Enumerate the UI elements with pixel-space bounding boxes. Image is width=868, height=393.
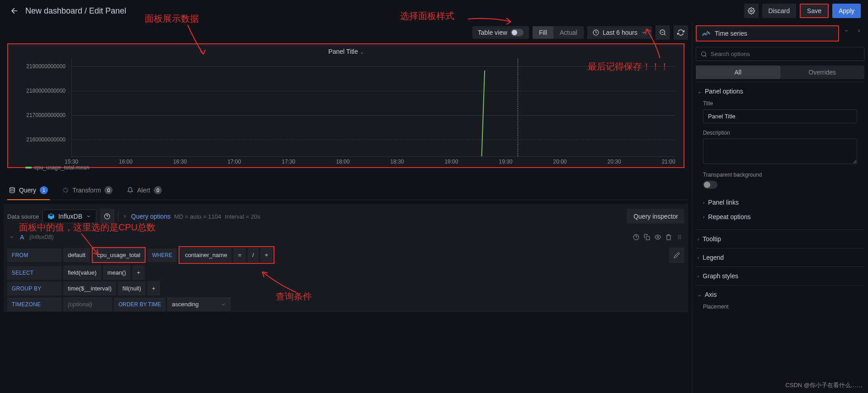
orderby-select[interactable]: ascending xyxy=(167,297,231,311)
measurement-token[interactable]: cpu_usage_total xyxy=(92,247,146,263)
add-tag[interactable]: + xyxy=(260,248,273,262)
time-token[interactable]: time($__interval) xyxy=(63,281,116,295)
back-button[interactable] xyxy=(7,4,22,18)
y-tick: 2170000000000 xyxy=(26,112,66,118)
legend[interactable]: cpu_usage_total.mean xyxy=(25,164,89,171)
visualization-picker[interactable]: Time series xyxy=(696,25,839,42)
table-view-label: Table view xyxy=(478,29,507,36)
actual-pill[interactable]: Actual xyxy=(553,26,584,39)
subtab-overrides[interactable]: Overrides xyxy=(780,66,865,79)
x-axis: 15:30 16:00 16:30 17:00 17:30 18:00 18:3… xyxy=(71,156,675,167)
chevron-down-icon: ⌄ xyxy=(698,292,701,297)
field-token[interactable]: field(value) xyxy=(63,266,101,280)
chevron-right-icon: › xyxy=(698,255,699,260)
tag-key[interactable]: container_name xyxy=(180,248,231,262)
mean-token[interactable]: mean() xyxy=(103,266,131,280)
svg-point-13 xyxy=(680,239,681,239)
tag-value[interactable]: / xyxy=(248,248,259,262)
orderby-label: ORDER BY TIME xyxy=(114,298,165,311)
x-tick: 17:30 xyxy=(282,159,295,165)
zoom-out-button[interactable] xyxy=(656,25,670,40)
title-field-label: Title xyxy=(703,100,857,107)
section-header[interactable]: ›Legend xyxy=(698,254,863,261)
query-name[interactable]: A xyxy=(20,234,24,241)
grip-icon xyxy=(676,234,683,240)
transparent-toggle[interactable] xyxy=(703,181,717,189)
chart-area[interactable]: 2190000000000 2180000000000 217000000000… xyxy=(8,59,684,167)
section-panel-options: ⌄ Panel options Title Description Transp… xyxy=(696,82,864,229)
svg-point-3 xyxy=(10,187,15,189)
add-select[interactable]: + xyxy=(132,266,145,280)
chevron-down-icon xyxy=(641,30,646,35)
tab-transform[interactable]: Transform 0 xyxy=(61,182,114,200)
refresh-button[interactable] xyxy=(674,25,688,40)
collapse-toggle[interactable] xyxy=(9,234,14,240)
query-inspector-button[interactable]: Query inspector xyxy=(627,209,684,224)
x-tick: 18:00 xyxy=(336,159,349,165)
discard-button[interactable]: Discard xyxy=(762,4,796,18)
operator[interactable]: = xyxy=(233,248,246,262)
x-tick: 19:30 xyxy=(499,159,512,165)
section-title: Tooltip xyxy=(703,235,721,243)
database-icon xyxy=(9,187,15,193)
tab-query[interactable]: Query 1 xyxy=(7,182,50,200)
panel-toolbar: Table view Fill Actual Last 6 hours xyxy=(4,22,688,43)
timezone-value[interactable]: (optional) xyxy=(63,297,112,311)
save-button[interactable]: Save xyxy=(800,4,829,18)
viz-expand-button[interactable] xyxy=(854,25,864,36)
retention-policy[interactable]: default xyxy=(63,248,90,262)
query-ds: (InfluxDB) xyxy=(29,234,53,240)
tab-alert[interactable]: Alert 0 xyxy=(125,182,164,200)
panel-title: Panel Title xyxy=(328,48,358,55)
section-header[interactable]: ›Graph styles xyxy=(698,272,863,280)
fill-token[interactable]: fill(null) xyxy=(118,281,146,295)
description-input[interactable] xyxy=(703,139,857,164)
drag-handle[interactable] xyxy=(676,234,683,240)
section-header[interactable]: ⌄Axis xyxy=(698,291,863,298)
timezone-row: TIMEZONE (optional) ORDER BY TIME ascend… xyxy=(7,296,684,312)
placement-label: Placement xyxy=(703,304,857,310)
svg-point-12 xyxy=(678,239,679,239)
add-groupby[interactable]: + xyxy=(147,281,160,295)
section-header[interactable]: ›Tooltip xyxy=(698,235,863,243)
search-options[interactable] xyxy=(696,47,864,61)
fill-actual-group: Fill Actual xyxy=(533,26,584,39)
panel-title-row[interactable]: Panel Title⌄ xyxy=(8,44,684,59)
query-help-button[interactable] xyxy=(633,234,639,240)
repeat-options-header[interactable]: ›Repeat options xyxy=(703,210,857,224)
search-input[interactable] xyxy=(711,51,859,57)
legend-label: cpu_usage_total.mean xyxy=(34,164,89,171)
toggle-text-mode-button[interactable] xyxy=(669,248,684,263)
annotation-text: 面板中的值，这里选的是CPU总数 xyxy=(19,221,156,234)
section-title: Panel links xyxy=(708,199,739,206)
fill-pill[interactable]: Fill xyxy=(533,26,553,39)
panel-links-header[interactable]: ›Panel links xyxy=(703,195,857,210)
chevron-down-icon: ⌄ xyxy=(698,89,701,94)
refresh-icon xyxy=(677,29,684,36)
section-axis: ⌄Axis Placement xyxy=(696,285,864,318)
right-sidebar: Time series All Overrides ⌄ Pan xyxy=(692,22,868,393)
query-options-link[interactable]: Query options xyxy=(131,213,170,220)
settings-button[interactable] xyxy=(744,4,759,18)
time-range-picker[interactable]: Last 6 hours xyxy=(587,26,652,39)
toggle-visibility-button[interactable] xyxy=(655,234,661,240)
from-label: FROM xyxy=(7,248,61,262)
annotation-text: 选择面板样式 xyxy=(400,10,454,22)
duplicate-button[interactable] xyxy=(644,234,650,240)
svg-point-14 xyxy=(702,51,706,56)
table-view-toggle[interactable]: Table view xyxy=(472,26,529,39)
visualization-name: Time series xyxy=(715,30,747,37)
toggle-switch[interactable] xyxy=(511,29,524,36)
timezone-label: TIMEZONE xyxy=(7,298,61,311)
viz-dropdown-button[interactable] xyxy=(841,25,852,36)
apply-button[interactable]: Apply xyxy=(832,4,861,18)
section-title: Axis xyxy=(705,291,717,298)
tab-badge: 0 xyxy=(154,186,162,194)
subtab-all[interactable]: All xyxy=(696,66,780,79)
help-icon xyxy=(104,213,110,220)
chevron-down-icon xyxy=(86,214,91,219)
title-input[interactable] xyxy=(703,109,857,123)
section-header[interactable]: ⌄ Panel options xyxy=(698,88,863,95)
svg-point-11 xyxy=(680,237,681,238)
delete-button[interactable] xyxy=(665,234,672,240)
